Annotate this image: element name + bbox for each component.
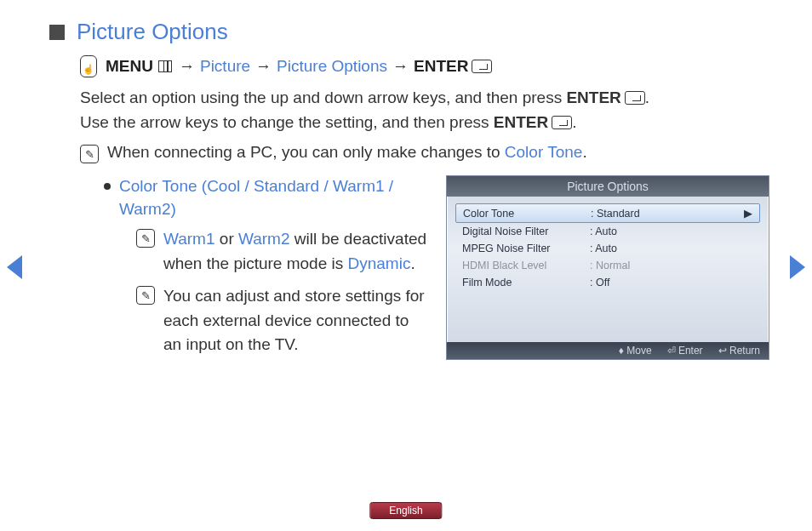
bullet-icon — [104, 183, 111, 190]
breadcrumb: MENU → Picture → Picture Options → ENTER — [80, 55, 769, 77]
note-icon — [80, 145, 99, 163]
note-icon — [136, 229, 155, 248]
enter-icon — [552, 116, 572, 129]
menu-grid-icon — [158, 60, 172, 72]
osd-panel: Picture Options Color Tone : Standard ▶ … — [446, 175, 769, 360]
osd-row-film-mode[interactable]: Film Mode : Off — [455, 274, 760, 291]
osd-row-color-tone[interactable]: Color Tone : Standard ▶ — [455, 203, 760, 223]
remote-icon — [80, 55, 97, 77]
enter-icon — [472, 60, 492, 73]
osd-row-mpeg-noise[interactable]: MPEG Noise Filter : Auto — [455, 240, 760, 257]
nav-next-button[interactable] — [790, 255, 805, 279]
osd-footer: ♦ Move ⏎ Enter ↩ Return — [447, 342, 769, 359]
breadcrumb-step-2: Picture Options — [277, 57, 387, 76]
osd-move-hint: ♦ Move — [619, 345, 652, 357]
osd-row-digital-noise[interactable]: Digital Noise Filter : Auto — [455, 223, 760, 240]
section-bullet — [49, 25, 65, 40]
osd-return-hint: ↩ Return — [718, 345, 760, 357]
osd-title: Picture Options — [447, 176, 769, 197]
osd-body: Color Tone : Standard ▶ Digital Noise Fi… — [447, 197, 769, 342]
page-title: Picture Options — [77, 19, 228, 45]
option-note-2: You can adjust and store settings for ea… — [163, 284, 431, 357]
intro-text: Select an option using the up and down a… — [80, 86, 769, 134]
language-indicator: English — [369, 502, 442, 519]
breadcrumb-menu: MENU — [106, 57, 153, 76]
nav-prev-button[interactable] — [7, 255, 22, 279]
option-heading: Color Tone (Cool / Standard / Warm1 / Wa… — [119, 175, 431, 220]
breadcrumb-enter: ENTER — [414, 57, 468, 76]
note-icon — [136, 286, 155, 305]
enter-icon — [625, 91, 645, 105]
osd-row-hdmi-black: HDMI Black Level : Normal — [455, 257, 760, 274]
pc-note: When connecting a PC, you can only make … — [107, 143, 587, 162]
option-note-1: Warm1 or Warm2 will be deactivated when … — [163, 227, 431, 276]
breadcrumb-step-1: Picture — [200, 57, 250, 76]
osd-enter-hint: ⏎ Enter — [667, 345, 703, 357]
chevron-right-icon: ▶ — [744, 207, 752, 220]
